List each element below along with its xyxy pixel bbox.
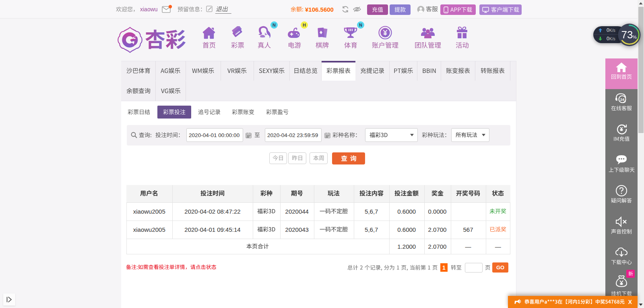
svg-text:73: 73 [621, 29, 633, 41]
svg-text:24: 24 [620, 97, 625, 101]
svg-text:%: % [633, 35, 637, 40]
